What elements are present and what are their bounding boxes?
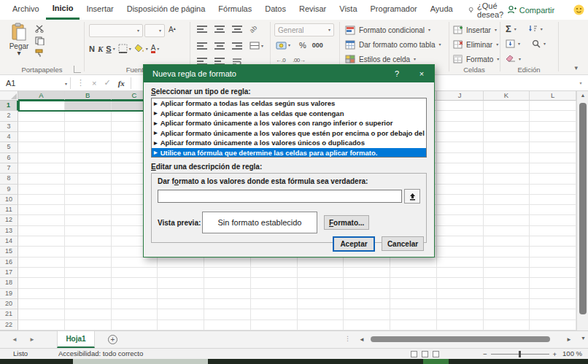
cell-H20[interactable]: [344, 299, 390, 309]
cell-K14[interactable]: [484, 236, 530, 247]
row-header-3[interactable]: 3: [0, 122, 18, 132]
cell-B12[interactable]: [65, 215, 112, 225]
cell-E19[interactable]: [204, 289, 251, 299]
rule-item-2[interactable]: ▶Aplicar formato únicamente a los valore…: [152, 118, 426, 128]
cell-A2[interactable]: [18, 111, 65, 121]
menu-tab-disposici-n-de-p-gina[interactable]: Disposición de página: [120, 0, 212, 20]
rule-type-listbox[interactable]: ▶Aplicar formato a todas las celdas segú…: [151, 98, 427, 158]
cell-E21[interactable]: [204, 309, 251, 320]
cell-L20[interactable]: [530, 299, 576, 309]
cell-L22[interactable]: [530, 320, 576, 330]
cell-C17[interactable]: [112, 268, 158, 278]
cell-L15[interactable]: [530, 247, 576, 257]
zoom-slider[interactable]: [491, 354, 549, 355]
cell-F21[interactable]: [251, 309, 298, 320]
format-painter-icon[interactable]: [35, 49, 45, 58]
cell-K22[interactable]: [484, 320, 530, 330]
insert-function-icon[interactable]: fx: [118, 79, 125, 88]
cell-J20[interactable]: [437, 299, 484, 309]
paste-dropdown-icon[interactable]: ▾: [17, 51, 20, 55]
cell-J16[interactable]: [437, 257, 484, 268]
cell-B20[interactable]: [65, 299, 112, 309]
normal-view-icon[interactable]: [411, 351, 417, 357]
cell-H18[interactable]: [344, 278, 390, 288]
rule-item-0[interactable]: ▶Aplicar formato a todas las celdas segú…: [152, 98, 426, 109]
feedback-smiley-icon[interactable]: [573, 4, 584, 15]
cell-B21[interactable]: [65, 309, 112, 320]
cell-K2[interactable]: [484, 111, 530, 121]
align-middle-icon[interactable]: [214, 26, 225, 33]
cell-J2[interactable]: [437, 111, 484, 121]
row-header-15[interactable]: 15: [0, 247, 18, 257]
cell-J11[interactable]: [437, 205, 484, 215]
format-as-table-button[interactable]: Dar formato como tabla▾: [345, 37, 441, 52]
row-header-22[interactable]: 22: [0, 320, 18, 330]
cell-K4[interactable]: [484, 132, 530, 142]
italic-button[interactable]: K: [98, 44, 103, 53]
cell-G18[interactable]: [298, 278, 344, 288]
format-cells-button[interactable]: Formato▾: [453, 52, 499, 66]
cell-L17[interactable]: [530, 268, 576, 278]
align-right-icon[interactable]: [232, 42, 242, 50]
row-header-13[interactable]: 13: [0, 226, 18, 236]
cell-A18[interactable]: [18, 278, 65, 288]
cell-L9[interactable]: [530, 185, 576, 195]
cell-B2[interactable]: [65, 111, 112, 121]
sheet-tab-hoja1[interactable]: Hoja1: [57, 331, 95, 348]
row-header-9[interactable]: 9: [0, 185, 18, 195]
increase-font-icon[interactable]: A▴: [169, 26, 176, 34]
insert-cells-button[interactable]: Insertar▾: [453, 23, 499, 37]
clear-eraser-icon[interactable]: [506, 55, 516, 63]
zoom-out-icon[interactable]: −: [483, 350, 487, 358]
cell-B13[interactable]: [65, 226, 112, 236]
clipboard-dialog-launcher-icon[interactable]: [74, 66, 81, 73]
cell-B22[interactable]: [65, 320, 112, 330]
cell-B5[interactable]: [65, 142, 112, 152]
cell-A12[interactable]: [18, 215, 65, 225]
cell-B18[interactable]: [65, 278, 112, 288]
cell-A9[interactable]: [18, 185, 65, 195]
select-all-corner[interactable]: [0, 91, 18, 101]
cell-B16[interactable]: [65, 257, 112, 268]
cell-H19[interactable]: [344, 289, 390, 299]
cell-A20[interactable]: [18, 299, 65, 309]
cell-K7[interactable]: [484, 163, 530, 174]
cell-E20[interactable]: [204, 299, 251, 309]
cell-K20[interactable]: [484, 299, 530, 309]
expand-formula-bar-icon[interactable]: ▾: [573, 80, 588, 85]
cell-I18[interactable]: [390, 278, 437, 288]
cell-L12[interactable]: [530, 215, 576, 225]
menu-tab-revisar[interactable]: Revisar: [293, 0, 333, 20]
paste-button[interactable]: Pegar ▾: [6, 23, 32, 65]
rule-item-1[interactable]: ▶Aplicar formato únicamente a las celdas…: [152, 109, 426, 119]
cell-K5[interactable]: [484, 142, 530, 152]
menu-tab-datos[interactable]: Datos: [258, 0, 293, 20]
cell-K21[interactable]: [484, 309, 530, 320]
cell-B1[interactable]: [65, 101, 112, 111]
cell-L19[interactable]: [530, 289, 576, 299]
cell-A6[interactable]: [18, 153, 65, 163]
cell-F19[interactable]: [251, 289, 298, 299]
cell-K15[interactable]: [484, 247, 530, 257]
cell-A19[interactable]: [18, 289, 65, 299]
cell-D19[interactable]: [158, 289, 204, 299]
name-box[interactable]: A1 ▾: [0, 75, 70, 91]
cell-J21[interactable]: [437, 309, 484, 320]
cell-L2[interactable]: [530, 111, 576, 121]
comma-style-icon[interactable]: 000: [312, 42, 323, 49]
cell-K9[interactable]: [484, 185, 530, 195]
decrease-decimal-icon[interactable]: .00→: [293, 57, 305, 63]
row-header-6[interactable]: 6: [0, 153, 18, 163]
cell-B9[interactable]: [65, 185, 112, 195]
cell-J6[interactable]: [437, 153, 484, 163]
cell-B11[interactable]: [65, 205, 112, 215]
cell-G16[interactable]: [298, 257, 344, 268]
cell-A7[interactable]: [18, 163, 65, 174]
cell-J5[interactable]: [437, 142, 484, 152]
cell-J8[interactable]: [437, 174, 484, 184]
cell-B8[interactable]: [65, 174, 112, 184]
cell-D18[interactable]: [158, 278, 204, 288]
row-header-17[interactable]: 17: [0, 268, 18, 278]
cell-A1[interactable]: [18, 101, 65, 111]
cell-A14[interactable]: [18, 236, 65, 247]
